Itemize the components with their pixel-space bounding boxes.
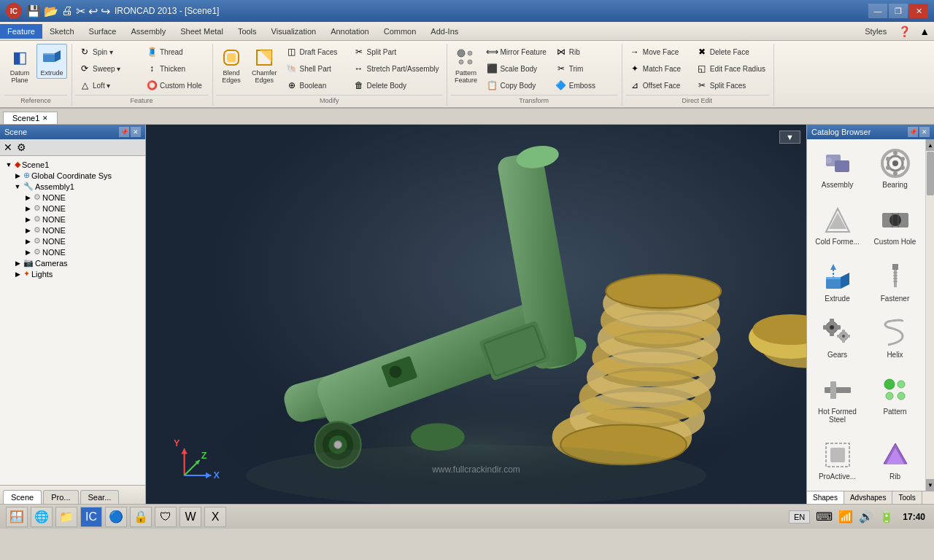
tree-expand-global[interactable]: ▶ bbox=[13, 171, 22, 180]
ribbon-minimize-icon[interactable]: ▲ bbox=[915, 26, 934, 37]
menu-feature[interactable]: Feature bbox=[0, 24, 42, 39]
tab-pro[interactable]: Pro... bbox=[43, 490, 78, 504]
boolean-button[interactable]: ⊕ Boolean bbox=[282, 77, 348, 93]
taskbar-word[interactable]: W bbox=[180, 507, 201, 527]
minimize-button[interactable]: — bbox=[868, 4, 887, 18]
panel-pin-button[interactable]: 📌 bbox=[119, 127, 129, 137]
spin-button[interactable]: ↻ Spin ▾ bbox=[75, 44, 141, 60]
delete-body-button[interactable]: 🗑 Delete Body bbox=[350, 77, 443, 93]
split-part-button[interactable]: ✂ Split Part bbox=[350, 44, 443, 60]
catalog-scroll-up[interactable]: ▲ bbox=[926, 139, 934, 151]
menu-annotation[interactable]: Annotation bbox=[323, 24, 377, 39]
tree-expand-none-5[interactable]: ▶ bbox=[23, 237, 32, 246]
tree-expand-none-1[interactable]: ▶ bbox=[23, 193, 32, 202]
offset-face-button[interactable]: ⊿ Offset Face bbox=[625, 77, 691, 93]
catalog-item-cold-formed[interactable]: Cold Forme... bbox=[810, 199, 865, 253]
taskbar-explorer[interactable]: 📁 bbox=[55, 507, 77, 527]
tree-expand-lights[interactable]: ▶ bbox=[13, 270, 22, 279]
tree-item-none-2[interactable]: ▶ ⚙ NONE bbox=[3, 203, 142, 214]
scene1-tab-close[interactable]: ✕ bbox=[42, 114, 48, 122]
tab-scene[interactable]: Scene bbox=[3, 490, 42, 504]
taskbar-ie[interactable]: 🌐 bbox=[31, 507, 53, 527]
trim-button[interactable]: ✂ Trim bbox=[552, 61, 617, 77]
catalog-item-pattern[interactable]: Pattern bbox=[868, 369, 922, 431]
start-button[interactable]: 🪟 bbox=[6, 507, 28, 527]
maximize-button[interactable]: ❐ bbox=[889, 4, 908, 18]
tree-item-scene1[interactable]: ▼ ◆ Scene1 bbox=[3, 159, 142, 170]
catalog-tab-shapes[interactable]: Shapes bbox=[807, 491, 844, 504]
catalog-item-gears[interactable]: Gears bbox=[810, 312, 865, 366]
catalog-item-extrude[interactable]: Extrude bbox=[810, 256, 865, 310]
catalog-item-fastener[interactable]: Fastener bbox=[868, 256, 922, 310]
menu-sketch[interactable]: Sketch bbox=[42, 24, 82, 39]
menu-add-ins[interactable]: Add-Ins bbox=[423, 24, 466, 39]
scene1-tab[interactable]: Scene1 ✕ bbox=[3, 112, 58, 124]
tree-item-none-4[interactable]: ▶ ⚙ NONE bbox=[3, 225, 142, 236]
taskbar-excel[interactable]: X bbox=[204, 507, 226, 527]
tree-expand-none-2[interactable]: ▶ bbox=[23, 204, 32, 213]
catalog-item-helix[interactable]: Helix bbox=[868, 312, 922, 366]
loft-button[interactable]: △ Loft ▾ bbox=[75, 77, 141, 93]
scene-settings-icon[interactable]: ⚙ bbox=[15, 141, 28, 154]
tree-expand-none-6[interactable]: ▶ bbox=[23, 248, 32, 257]
toolbar-icon-4[interactable]: ✂ bbox=[76, 4, 85, 18]
sweep-button[interactable]: ⟳ Sweep ▾ bbox=[75, 61, 141, 77]
chamfer-edges-button[interactable]: ChamferEdges bbox=[248, 44, 281, 86]
tree-expand-none-3[interactable]: ▶ bbox=[23, 215, 32, 224]
catalog-scrollthumb[interactable] bbox=[927, 152, 934, 195]
shell-part-button[interactable]: 🐚 Shell Part bbox=[282, 61, 348, 77]
emboss-button[interactable]: 🔷 Emboss bbox=[552, 77, 617, 93]
tree-item-global[interactable]: ▶ ⊕ Global Coordinate Sys bbox=[3, 170, 142, 181]
menu-visualization[interactable]: Visualization bbox=[264, 24, 324, 39]
taskbar-ironcad2[interactable]: 🛡 bbox=[155, 507, 177, 527]
rib-button[interactable]: ⋈ Rib bbox=[552, 44, 617, 60]
split-faces-button[interactable]: ✂ Split Faces bbox=[692, 77, 769, 93]
catalog-scrollbar[interactable]: ▲ ▼ bbox=[925, 139, 934, 491]
catalog-item-assembly[interactable]: Assembly bbox=[810, 142, 865, 196]
thicken-button[interactable]: ↕ Thicken bbox=[142, 61, 208, 77]
extrude-button[interactable]: Extrude bbox=[36, 44, 67, 79]
blend-edges-button[interactable]: BlendEdges bbox=[216, 44, 247, 86]
tree-item-none-1[interactable]: ▶ ⚙ NONE bbox=[3, 192, 142, 203]
tree-expand-scene1[interactable]: ▼ bbox=[4, 160, 13, 169]
tree-item-cameras[interactable]: ▶ 📷 Cameras bbox=[3, 257, 142, 268]
close-button[interactable]: ✕ bbox=[909, 4, 928, 18]
viewport-dropdown[interactable]: ▼ bbox=[779, 131, 800, 144]
custom-hole-button[interactable]: ⭕ Custom Hole bbox=[142, 77, 208, 93]
datum-plane-button[interactable]: ◧ DatumPlane bbox=[4, 44, 35, 86]
move-face-button[interactable]: → Move Face bbox=[625, 44, 691, 60]
toolbar-icon-3[interactable]: 🖨 bbox=[61, 4, 73, 18]
scene-delete-icon[interactable]: ✕ bbox=[1, 141, 15, 154]
menu-sheet-metal[interactable]: Sheet Metal bbox=[173, 24, 231, 39]
edit-face-radius-button[interactable]: ◱ Edit Face Radius bbox=[692, 61, 769, 77]
taskbar-ironcad[interactable]: IC bbox=[80, 507, 102, 527]
menu-common[interactable]: Common bbox=[377, 24, 424, 39]
menu-tools[interactable]: Tools bbox=[231, 24, 264, 39]
catalog-pin-button[interactable]: 📌 bbox=[908, 127, 918, 137]
catalog-tab-advshapes[interactable]: Advshapes bbox=[844, 491, 892, 504]
match-face-button[interactable]: ✦ Match Face bbox=[625, 61, 691, 77]
tree-expand-none-4[interactable]: ▶ bbox=[23, 226, 32, 235]
scale-body-button[interactable]: ⬛ Scale Body bbox=[482, 61, 549, 77]
tree-expand-assembly1[interactable]: ▼ bbox=[13, 182, 22, 191]
draft-faces-button[interactable]: ◫ Draft Faces bbox=[282, 44, 348, 60]
mirror-feature-button[interactable]: ⟺ Mirror Feature bbox=[482, 44, 549, 60]
tree-item-none-3[interactable]: ▶ ⚙ NONE bbox=[3, 214, 142, 225]
panel-close-button[interactable]: ✕ bbox=[131, 127, 141, 137]
taskbar-chrome[interactable]: 🔵 bbox=[105, 507, 127, 527]
catalog-item-rib[interactable]: Rib bbox=[868, 434, 922, 488]
catalog-tab-tools[interactable]: Tools bbox=[892, 491, 922, 504]
thread-button[interactable]: 🧵 Thread bbox=[142, 44, 208, 60]
delete-face-button[interactable]: ✖ Delete Face bbox=[692, 44, 769, 60]
redo-button[interactable]: ↪ bbox=[101, 4, 110, 18]
menu-surface[interactable]: Surface bbox=[82, 24, 124, 39]
stretch-part-button[interactable]: ↔ Stretch Part/Assembly bbox=[350, 61, 443, 77]
taskbar-filezilla[interactable]: 🔒 bbox=[130, 507, 152, 527]
undo-button[interactable]: ↩ bbox=[88, 4, 98, 18]
catalog-item-bearing[interactable]: Bearing bbox=[868, 142, 922, 196]
tree-expand-cameras[interactable]: ▶ bbox=[13, 259, 22, 268]
tree-item-assembly1[interactable]: ▼ 🔧 Assembly1 bbox=[3, 181, 142, 192]
catalog-item-proactive[interactable]: ProActive... bbox=[810, 434, 865, 488]
help-icon[interactable]: ❓ bbox=[894, 26, 915, 37]
catalog-item-custom-hole[interactable]: Custom Hole bbox=[868, 199, 922, 253]
